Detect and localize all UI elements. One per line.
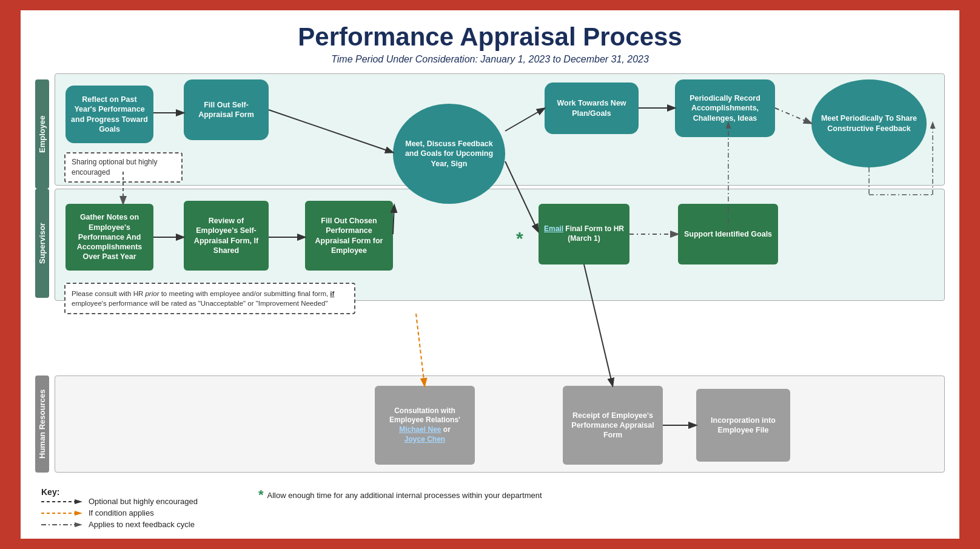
sharing-optional-node: Sharing optional but highly encouraged — [64, 152, 183, 183]
key-item-3: Applies to next feedback cycle — [41, 520, 198, 529]
asterisk-symbol: * — [516, 228, 523, 249]
hr-bg — [55, 376, 945, 473]
consultation-node: Consultation with Employee Relations' Mi… — [375, 386, 475, 465]
reflect-node: Reflect on Past Year's Performance and P… — [65, 86, 153, 143]
gather-notes-node: Gather Notes on Employee's Performance A… — [65, 204, 153, 271]
key-section: Key: Optional but highly encouraged If c… — [35, 487, 945, 529]
key-item-2: If condition applies — [41, 508, 198, 517]
meet-discuss-node: Meet, Discuss Feedback and Goals for Upc… — [393, 104, 505, 204]
svg-marker-23 — [75, 522, 82, 527]
page-title: Performance Appraisal Process — [35, 22, 945, 52]
meet-periodically-node: Meet Periodically To Share Constructive … — [811, 79, 927, 167]
review-self-node: Review of Employee's Self-Appraisal Form… — [184, 201, 269, 271]
support-goals-node: Support Identified Goals — [678, 204, 778, 264]
svg-marker-19 — [75, 499, 82, 504]
employee-label: Employee — [35, 79, 49, 189]
self-appraisal-node: Fill Out Self-Appraisal Form — [184, 79, 269, 140]
email-final-node: Email Final Form to HR (March 1) — [539, 204, 629, 264]
key-title: Key: — [41, 487, 198, 497]
supervisor-label: Supervisor — [35, 189, 49, 298]
joyce-chen-link[interactable]: Joyce Chen — [404, 435, 445, 443]
key-items: Optional but highly encouraged If condit… — [41, 497, 198, 529]
work-towards-node: Work Towards New Plan/Goals — [545, 83, 639, 134]
michael-nee-link[interactable]: Michael Nee — [399, 425, 441, 434]
asterisk-note: * Allow enough time for any additional i… — [258, 487, 542, 503]
outer-border: Performance Appraisal Process Time Perio… — [17, 7, 963, 542]
key-item-1: Optional but highly encouraged — [41, 497, 198, 506]
svg-line-13 — [416, 314, 425, 385]
receipt-node: Receipt of Employee's Performance Apprai… — [563, 386, 663, 465]
incorporation-node: Incorporation into Employee File — [696, 389, 790, 462]
periodically-record-node: Periodically Record Accomplishments, Cha… — [675, 79, 775, 137]
fill-out-node: Fill Out Chosen Performance Appraisal Fo… — [305, 201, 393, 271]
asterisk-icon: * — [258, 487, 264, 503]
svg-marker-21 — [75, 511, 82, 516]
subtitle: Time Period Under Consideration: January… — [35, 54, 945, 65]
consult-note: Please consult with HR prior to meeting … — [64, 283, 355, 314]
hr-label: Human Resources — [35, 376, 49, 473]
